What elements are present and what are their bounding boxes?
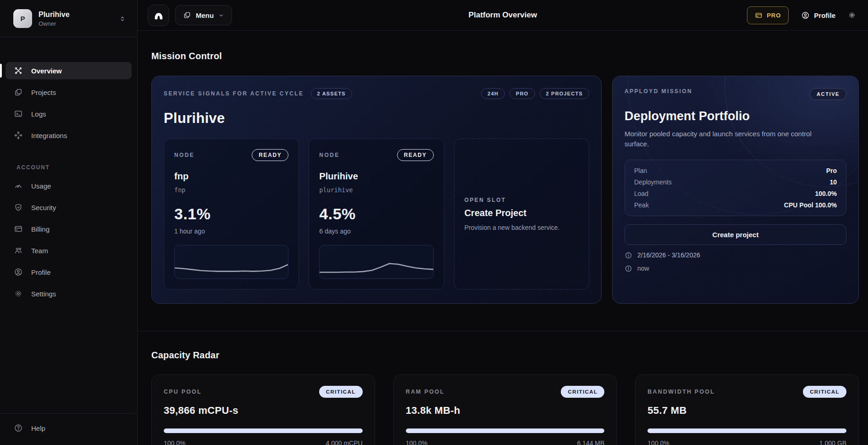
open-slot-create-project[interactable]: OPEN SLOT Create Project Provision a new… <box>454 139 589 289</box>
capacity-meta-row: 100.0% 1,000 GB <box>647 439 846 445</box>
workspace-initial: P <box>20 15 25 22</box>
sidebar-footer: Help <box>0 413 137 445</box>
stat-label: Load <box>634 190 648 197</box>
menu-label: Menu <box>196 11 214 19</box>
capacity-card-cpu: CPU POOL CRITICAL 39,866 mCPU-s 100.0% 4… <box>151 374 375 445</box>
sidebar-item-security[interactable]: Security <box>6 199 132 216</box>
menu-button[interactable]: Menu <box>175 5 232 25</box>
info-circle-icon <box>625 265 632 273</box>
service-signals-card: SERVICE SIGNALS FOR ACTIVE CYCLE 2 ASSET… <box>151 76 602 304</box>
sidebar-item-label: Billing <box>31 225 50 233</box>
nodes-grid: NODE READY fnp fnp 3.1% 1 hour ago <box>164 139 589 289</box>
sidebar-item-integrations[interactable]: Integrations <box>6 127 132 144</box>
sidebar-item-overview[interactable]: Overview <box>6 62 132 79</box>
info-circle-icon <box>625 251 632 259</box>
projects-count-badge: 2 PROJECTS <box>540 88 589 99</box>
capacity-meta-row: 100.0% 6,144 MB <box>406 439 605 445</box>
section-divider <box>138 331 868 331</box>
capacity-percent: 100.0% <box>647 439 669 445</box>
node-card-fnp[interactable]: NODE READY fnp fnp 3.1% 1 hour ago <box>164 139 299 289</box>
credit-card-icon <box>755 11 763 19</box>
capacity-percent: 100.0% <box>164 439 185 445</box>
cycle-dates-row: 2/16/2026 - 3/16/2026 <box>625 251 846 259</box>
page-title: Platform Overview <box>469 11 537 20</box>
gear-icon <box>848 11 856 19</box>
sidebar-item-help[interactable]: Help <box>0 414 137 445</box>
capacity-radar-heading: Capacity Radar <box>151 350 859 361</box>
signals-kicker: SERVICE SIGNALS FOR ACTIVE CYCLE <box>164 90 304 97</box>
sidebar-item-logs[interactable]: Logs <box>6 105 132 122</box>
node-card-plurihive[interactable]: NODE READY Plurihive plurihive 4.5% 6 da… <box>309 139 444 289</box>
sidebar-item-label: Logs <box>31 110 46 118</box>
sidebar-item-label: Profile <box>31 268 51 276</box>
sidebar-item-settings[interactable]: Settings <box>6 285 132 302</box>
signals-header-badges: 24H PRO 2 PROJECTS <box>481 88 589 99</box>
chevron-down-icon <box>218 12 224 18</box>
capacity-card-header: CPU POOL CRITICAL <box>164 386 363 398</box>
sidebar-item-label: Help <box>31 424 45 432</box>
people-icon <box>14 246 23 255</box>
capacity-usage-value: 39,866 mCPU-s <box>164 405 363 417</box>
node-kicker: NODE <box>319 152 339 158</box>
timeframe-badge: 24H <box>481 88 505 99</box>
stat-row-peak: Peak CPU Pool 100.0% <box>634 201 837 209</box>
node-slug: plurihive <box>319 186 433 194</box>
capacity-pool-label: CPU POOL <box>164 389 202 395</box>
node-slug: fnp <box>174 186 288 194</box>
sidebar-item-profile[interactable]: Profile <box>6 263 132 281</box>
create-project-button[interactable]: Create project <box>625 224 846 245</box>
profile-button[interactable]: Profile <box>801 11 835 20</box>
gear-icon <box>14 289 23 298</box>
gauge-icon <box>14 181 23 190</box>
sidebar-section-account: ACCOUNT <box>0 144 137 173</box>
active-indicator <box>0 64 2 78</box>
capacity-usage-value: 13.8k MB-h <box>406 405 605 417</box>
capacity-usage-value: 55.7 MB <box>647 405 846 417</box>
chevron-updown-icon[interactable] <box>119 15 126 22</box>
node-name: fnp <box>174 171 288 182</box>
stat-label: Deployments <box>634 178 672 186</box>
sidebar-item-label: Security <box>31 204 56 211</box>
updated-timestamp: now <box>637 265 649 272</box>
capacity-progress-track <box>164 428 363 433</box>
workspace-meta: Plurihive Owner <box>39 11 70 27</box>
capacity-card-header: BANDWIDTH POOL CRITICAL <box>647 386 846 398</box>
capacity-meta-row: 100.0% 4,000 mCPU <box>164 439 363 445</box>
app-logo-button[interactable] <box>148 5 169 26</box>
open-slot-title: Create Project <box>464 208 579 218</box>
sidebar-item-label: Integrations <box>31 132 67 139</box>
critical-status-badge: CRITICAL <box>803 386 846 398</box>
pro-plan-button[interactable]: PRO <box>747 6 789 24</box>
node-graph-icon <box>14 131 23 140</box>
capacity-percent: 100.0% <box>406 439 427 445</box>
sidebar-item-billing[interactable]: Billing <box>6 220 132 238</box>
capacity-limit: 4,000 mCPU <box>326 439 363 445</box>
stat-value: 100.0% <box>815 190 837 197</box>
node-name: Plurihive <box>319 171 433 182</box>
capacity-card-ram: RAM POOL CRITICAL 13.8k MB-h 100.0% 6,14… <box>393 374 617 445</box>
sidebar-item-projects[interactable]: Projects <box>6 83 132 101</box>
sidebar-item-usage[interactable]: Usage <box>6 177 132 195</box>
mission-control-heading: Mission Control <box>151 51 859 61</box>
node-header: NODE READY <box>174 149 288 161</box>
workspace-switcher[interactable]: P Plurihive Owner <box>0 0 137 37</box>
capacity-progress-track <box>406 428 605 433</box>
stat-row-plan: Plan Pro <box>634 167 837 174</box>
person-circle-icon <box>14 267 23 277</box>
settings-gear-button[interactable] <box>848 11 856 19</box>
stat-value: CPU Pool 100.0% <box>784 201 837 209</box>
updated-now-row: now <box>625 265 846 273</box>
capacity-pool-label: BANDWIDTH POOL <box>647 389 715 395</box>
capacity-card-bandwidth: BANDWIDTH POOL CRITICAL 55.7 MB 100.0% 1… <box>635 374 859 445</box>
shield-check-icon <box>14 203 23 212</box>
sidebar-item-team[interactable]: Team <box>6 242 132 259</box>
terminal-icon <box>14 109 23 118</box>
open-slot-description: Provision a new backend service. <box>464 224 579 231</box>
question-circle-icon <box>14 423 23 433</box>
open-slot-kicker: OPEN SLOT <box>464 197 579 203</box>
node-last-deploy: 1 hour ago <box>174 228 288 235</box>
workspace-role: Owner <box>39 20 70 27</box>
stat-value: 10 <box>829 178 837 186</box>
stacked-squares-icon <box>14 88 23 97</box>
assets-badge: 2 ASSETS <box>311 88 352 99</box>
